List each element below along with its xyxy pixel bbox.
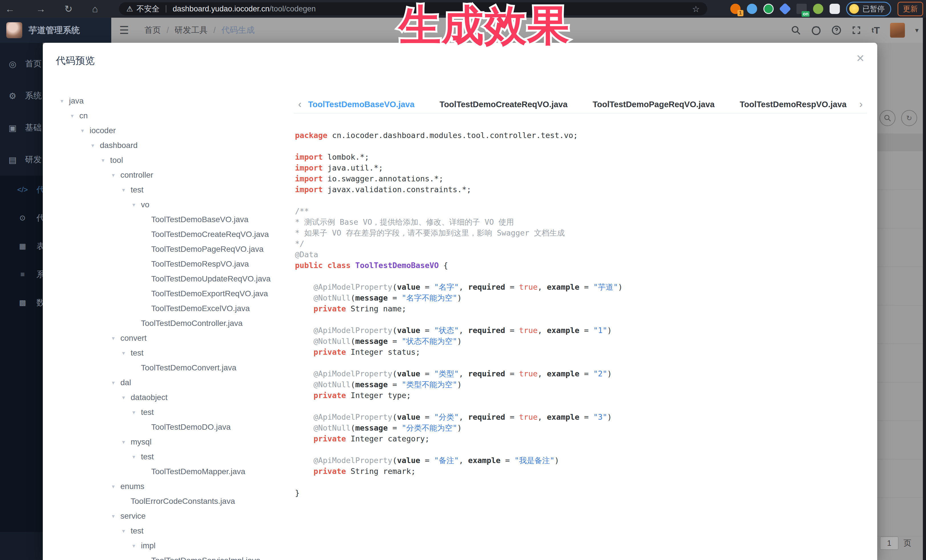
sidebar-item[interactable]: ◎首页 [0,48,43,80]
tree-file[interactable]: ToolTestDemoConvert.java [57,361,289,375]
file-tab[interactable]: ToolTestDemoCreateReqVO.java [440,100,568,109]
tree-folder[interactable]: ▾tool [57,153,289,168]
fullscreen-icon[interactable] [852,26,861,35]
sidebar-item-label: 系统 [25,90,42,101]
file-tab[interactable]: ToolTestDemoRespVO.java [740,100,846,109]
extension-icon[interactable] [779,3,791,15]
sliders-icon: ≡ [17,270,29,279]
code-line: import io.swagger.annotations.*; [295,174,873,184]
tree-folder[interactable]: ▾cn [57,108,289,123]
tree-folder[interactable]: ▾impl [57,538,289,553]
tree-file[interactable]: ToolTestDemoCreateReqVO.java [57,227,289,242]
profile-paused-pill[interactable]: 已暂停 [846,2,891,16]
tree-folder[interactable]: ▾test [57,524,289,538]
browser-reload-icon[interactable]: ↻ [61,0,76,18]
caret-down-icon: ▾ [132,409,141,416]
tree-folder[interactable]: ▾dal [57,375,289,390]
tree-folder[interactable]: ▾test [57,449,289,464]
extension-icon[interactable] [763,4,774,14]
security-label[interactable]: 不安全 [136,4,159,14]
tree-label: test [131,526,144,536]
tree-label: test [141,452,154,461]
browser-scrollbar[interactable] [923,18,926,560]
chrome-update-button[interactable]: 更新 [897,2,923,16]
caret-down-icon: ▾ [132,201,141,208]
tree-file[interactable]: ToolTestDemoUpdateReqVO.java [57,272,289,286]
tabs-scroll-left-icon[interactable]: ‹ [294,98,306,110]
tree-folder[interactable]: ▾vo [57,197,289,212]
github-icon[interactable] [811,25,821,35]
tree-label: ToolTestDemoConvert.java [141,363,236,372]
file-tab[interactable]: ToolTestDemoBaseVO.java [308,100,415,109]
extension-icon[interactable] [747,4,757,14]
extension-icon[interactable]: on [796,4,807,14]
bookmark-star-icon[interactable]: ☆ [692,4,700,14]
tree-label: dashboard [100,141,138,150]
breadcrumb-item[interactable]: 首页 [144,24,161,36]
tabs-scroll-right-icon[interactable]: › [855,98,867,110]
breadcrumb-item[interactable]: 研发工具 [175,24,208,36]
code-line: @ApiModelProperty(value = "类型", required… [295,368,873,379]
font-size-icon[interactable]: tT [872,25,880,36]
dialog-title: 代码预览 [56,54,95,67]
sidebar-item[interactable]: ⚙系统 [0,80,43,112]
code-line: @ApiModelProperty(value = "状态", required… [295,325,873,336]
code-preview-dialog: 代码预览 ✕ ▾java▾cn▾iocoder▾dashboard▾tool▾c… [43,43,877,560]
code-viewer[interactable]: package cn.iocoder.dashboard.modules.too… [295,130,873,560]
tree-folder[interactable]: ▾test [57,346,289,361]
sidebar-item[interactable]: ▣基础 [0,112,43,144]
tree-folder[interactable]: ▾controller [57,168,289,183]
browser-back-icon[interactable]: ← [3,0,17,18]
tree-folder[interactable]: ▾mysql [57,435,289,449]
tree-folder[interactable]: ▾test [57,183,289,197]
tree-file[interactable]: ToolTestDemoExcelVO.java [57,301,289,316]
menu-collapse-icon[interactable]: ☰ [119,18,129,43]
help-icon[interactable] [832,26,841,35]
sidebar-item[interactable]: ▦表 [0,232,43,260]
tree-folder[interactable]: ▾java [57,94,289,108]
page-number-input[interactable]: 1 [880,537,898,550]
tree-file[interactable]: ToolErrorCodeConstants.java [57,494,289,509]
tree-file[interactable]: ToolTestDemoPageReqVO.java [57,242,289,257]
table-refresh-button[interactable]: ↻ [901,110,917,126]
code-icon: </> [17,185,29,194]
caret-down-icon: ▾ [132,542,141,549]
tree-folder[interactable]: ▾iocoder [57,123,289,138]
breadcrumb-item[interactable]: 代码生成 [221,24,254,36]
tree-file[interactable]: ToolTestDemoDO.java [57,420,289,435]
tree-folder[interactable]: ▾service [57,509,289,524]
tree-file[interactable]: ToolTestDemoMapper.java [57,464,289,479]
extension-on-tag: on [802,11,809,17]
caret-down-icon: ▾ [122,186,131,193]
extension-icon[interactable]: 1 [730,4,741,14]
tree-file[interactable]: ToolTestDemoExportReqVO.java [57,286,289,301]
code-line: private Integer category; [295,433,873,444]
tree-folder[interactable]: ▾convert [57,331,289,346]
browser-home-icon[interactable]: ⌂ [88,0,102,18]
file-tab[interactable]: ToolTestDemoPageReqVO.java [593,100,715,109]
tree-file[interactable]: ToolTestDemoController.java [57,316,289,331]
tree-folder[interactable]: ▾dataobject [57,390,289,405]
tree-file[interactable]: ToolTestDemoBaseVO.java [57,212,289,227]
profile-emoji-icon [849,4,859,14]
sidebar-item[interactable]: </>代 [0,176,43,204]
tree-folder[interactable]: ▾dashboard [57,138,289,153]
sidebar-item[interactable]: ⊙代 [0,204,43,232]
user-avatar[interactable] [890,23,905,38]
table-search-button[interactable] [879,110,896,126]
close-icon[interactable]: ✕ [856,53,865,65]
extension-icon[interactable] [813,4,823,14]
puzzle-extension-icon[interactable] [829,4,840,14]
sidebar-item[interactable]: ≡系 [0,260,43,288]
chevron-down-icon[interactable]: ▾ [915,26,918,34]
sidebar-item[interactable]: ▩数 [0,288,43,317]
tree-file[interactable]: ToolTestDemoServiceImpl.java [57,553,289,560]
search-icon[interactable] [791,26,801,35]
browser-forward-icon[interactable]: → [34,0,48,18]
breadcrumb: 首页/研发工具/代码生成 [144,18,254,43]
caret-down-icon: ▾ [61,98,69,104]
tree-folder[interactable]: ▾enums [57,479,289,494]
tree-folder[interactable]: ▾test [57,405,289,420]
tree-file[interactable]: ToolTestDemoRespVO.java [57,257,289,272]
sidebar-item[interactable]: ▤研发 [0,144,43,176]
